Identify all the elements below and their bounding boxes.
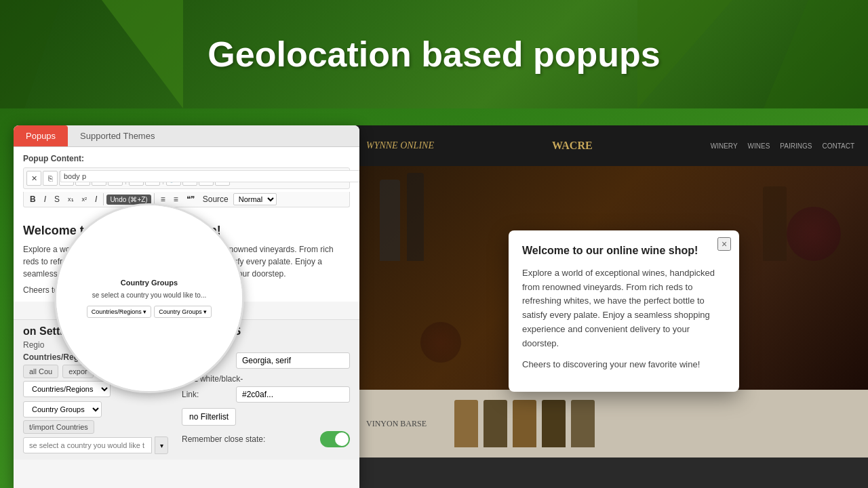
subscript-btn[interactable]: x₁ bbox=[64, 195, 77, 204]
italic2-btn[interactable]: I bbox=[92, 193, 100, 205]
bottle-thumb-4 bbox=[542, 400, 566, 447]
italic-btn[interactable]: I bbox=[41, 193, 50, 205]
font-input[interactable] bbox=[236, 352, 350, 369]
link-input[interactable] bbox=[236, 386, 350, 403]
magnifier-text: se select a country you would like to... bbox=[87, 291, 212, 300]
bottle-thumb-2 bbox=[484, 400, 507, 447]
remember-label: Remember close state: bbox=[182, 434, 320, 444]
grape-cluster bbox=[787, 207, 841, 261]
section-title: VINYON BARSE bbox=[366, 419, 448, 429]
nav-contact: CONTACT bbox=[822, 142, 854, 150]
link-label: Link: bbox=[182, 390, 236, 399]
site-logo-left: WYNNE ONLINE bbox=[366, 140, 434, 151]
country-groups-dropdown[interactable]: Country Groups bbox=[23, 401, 102, 418]
wine-popup-modal: × Welcome to our online wine shop! Explo… bbox=[509, 230, 739, 392]
remember-row: Remember close state: bbox=[182, 431, 350, 447]
popup-modal-desc: Explore a world of exceptional wines, ha… bbox=[522, 266, 726, 351]
source-btn[interactable]: Source bbox=[199, 193, 232, 205]
bottle-thumb-3 bbox=[513, 400, 536, 447]
bg-shape-center-left bbox=[102, 0, 183, 108]
outdent-btn[interactable]: ≡ bbox=[170, 193, 182, 205]
bottle-1 bbox=[380, 180, 400, 261]
bottle-3 bbox=[763, 186, 787, 261]
magnifier-overlay: Country Groups se select a country you w… bbox=[54, 203, 244, 393]
popup-close-btn[interactable]: × bbox=[717, 237, 731, 251]
bottles-section: VINYON BARSE bbox=[353, 390, 868, 458]
superscript-btn[interactable]: x² bbox=[79, 195, 91, 204]
site-nav: WINERY WINES PAIRINGS CONTACT bbox=[711, 142, 854, 150]
magnifier-title: Country Groups bbox=[87, 279, 212, 287]
bottle-2 bbox=[407, 173, 424, 261]
tab-supported-themes[interactable]: Supported Themes bbox=[68, 125, 167, 146]
site-logo-center: WACRE bbox=[552, 140, 593, 152]
site-header: WYNNE ONLINE WACRE WINERY WINES PAIRINGS… bbox=[353, 125, 868, 166]
cut-btn[interactable]: ✕ bbox=[26, 171, 41, 186]
nav-winery: WINERY bbox=[711, 142, 738, 150]
strikethrough-btn[interactable]: S bbox=[51, 193, 63, 205]
popup-modal-cheers: Cheers to discovering your new favorite … bbox=[522, 358, 726, 372]
remember-toggle[interactable] bbox=[320, 431, 350, 447]
hero-section: Geolocation based popups bbox=[0, 0, 868, 108]
bold-btn[interactable]: B bbox=[26, 193, 39, 205]
no-filterlist: no Filterlist bbox=[182, 408, 236, 426]
bottles-row bbox=[454, 400, 595, 447]
nav-wines: WINES bbox=[748, 142, 770, 150]
popup-content-label: Popup Content: bbox=[23, 154, 350, 163]
blockquote-btn[interactable]: ❝❞ bbox=[183, 193, 198, 205]
grape-cluster-2 bbox=[420, 322, 461, 363]
body-tag-indicator: body p bbox=[60, 170, 359, 182]
bottle-thumb-1 bbox=[454, 400, 478, 447]
all-countries-btn[interactable]: all Cou bbox=[23, 365, 58, 378]
nav-pairings: PAIRINGS bbox=[780, 142, 812, 150]
import-countries-btn[interactable]: t/import Countries bbox=[23, 420, 94, 434]
tab-popups[interactable]: Popups bbox=[14, 125, 68, 146]
bg-shape-right bbox=[719, 0, 868, 108]
country-select-row: ▾ bbox=[23, 436, 168, 454]
magnifier-dropdowns: Countries/Regions ▾ Country Groups ▾ bbox=[87, 306, 212, 318]
country-select-arrow[interactable]: ▾ bbox=[155, 436, 168, 454]
sep-3 bbox=[103, 193, 104, 205]
copy-btn[interactable]: ⎘ bbox=[43, 171, 58, 186]
style-select[interactable]: Normal bbox=[233, 193, 277, 205]
popup-modal-title: Welcome to our online wine shop! bbox=[522, 244, 726, 258]
filterlist-row: no Filterlist bbox=[182, 408, 350, 426]
page-title: Geolocation based popups bbox=[208, 34, 660, 75]
tab-bar: Popups Supported Themes bbox=[14, 125, 359, 147]
bottle-thumb-5 bbox=[571, 400, 595, 447]
country-search-input[interactable] bbox=[23, 437, 152, 453]
